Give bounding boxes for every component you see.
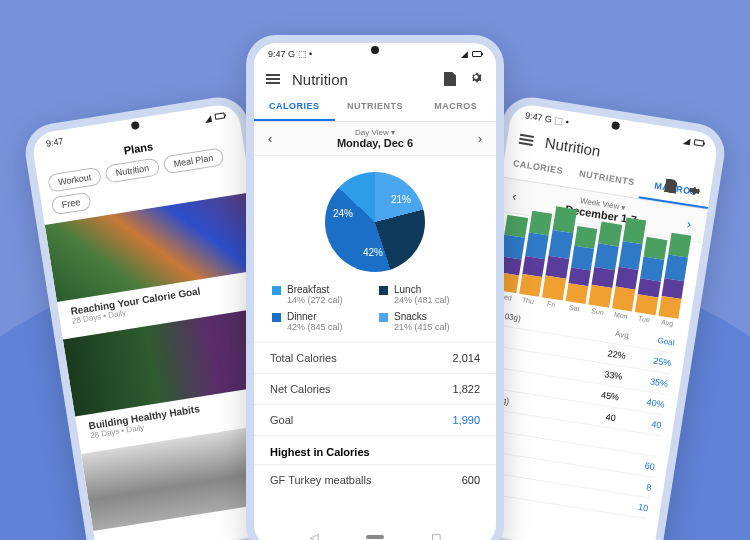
stat-value: 1,822 [452, 383, 480, 395]
stat-row: Goal1,990 [254, 404, 496, 435]
stat-row: Net Calories1,822 [254, 373, 496, 404]
calorie-pie-chart: 21% 24% 42% [254, 156, 496, 280]
legend-item: Dinner42% (845 cal) [272, 311, 371, 332]
legend-name: Lunch [394, 284, 450, 295]
stat-label: Total Calories [270, 352, 337, 364]
legend-swatch [379, 313, 388, 322]
stat-label: Net Calories [270, 383, 331, 395]
page-title: Nutrition [292, 71, 432, 88]
legend-swatch [272, 313, 281, 322]
tab-calories[interactable]: CALORIES [254, 93, 335, 121]
phone-center: 9:47 G ⬚ • ◢ Nutrition CALORIES NUTRIENT… [246, 35, 504, 540]
legend-swatch [379, 286, 388, 295]
pill-meal-plan[interactable]: Meal Plan [162, 147, 224, 174]
legend-value: 24% (481 cal) [394, 295, 450, 305]
legend-name: Breakfast [287, 284, 343, 295]
stat-value: 2,014 [452, 352, 480, 364]
legend-swatch [272, 286, 281, 295]
prev-icon[interactable]: ‹ [262, 131, 278, 146]
stat-value: 1,990 [452, 414, 480, 426]
legend-name: Dinner [287, 311, 343, 322]
tab-macros[interactable]: MACROS [415, 93, 496, 121]
section-header: Highest in Calories [254, 435, 496, 464]
stat-label: Goal [270, 414, 293, 426]
next-icon[interactable]: › [472, 131, 488, 146]
date-navigator: ‹ Day View ▾ Monday, Dec 6 › [254, 122, 496, 156]
menu-icon[interactable] [266, 74, 280, 84]
document-icon[interactable] [444, 72, 456, 86]
home-icon[interactable] [366, 532, 384, 540]
recent-icon[interactable]: ▢ [427, 532, 445, 540]
pill-free[interactable]: Free [51, 192, 92, 216]
chart-legend: Breakfast14% (272 cal)Lunch24% (481 cal)… [254, 280, 496, 342]
food-item-row[interactable]: GF Turkey meatballs 600 [254, 464, 496, 495]
back-icon[interactable]: ◁ [305, 532, 323, 540]
food-calories: 600 [462, 474, 480, 486]
legend-item: Breakfast14% (272 cal) [272, 284, 371, 305]
system-nav: ◁ ▢ [254, 532, 496, 540]
pill-nutrition[interactable]: Nutrition [105, 157, 161, 183]
date-label: Monday, Dec 6 [278, 137, 471, 149]
tab-nutrients[interactable]: NUTRIENTS [335, 93, 416, 121]
view-label[interactable]: Day View ▾ [278, 128, 471, 137]
menu-icon[interactable] [519, 133, 534, 145]
legend-item: Snacks21% (415 cal) [379, 311, 478, 332]
settings-icon[interactable] [468, 69, 484, 89]
settings-icon[interactable] [685, 182, 704, 204]
pill-workout[interactable]: Workout [47, 167, 103, 193]
legend-value: 42% (845 cal) [287, 322, 343, 332]
legend-value: 14% (272 cal) [287, 295, 343, 305]
legend-name: Snacks [394, 311, 450, 322]
legend-value: 21% (415 cal) [394, 322, 450, 332]
tabs: CALORIES NUTRIENTS MACROS [254, 93, 496, 122]
food-name: GF Turkey meatballs [270, 474, 371, 486]
legend-item: Lunch24% (481 cal) [379, 284, 478, 305]
stat-row: Total Calories2,014 [254, 342, 496, 373]
document-icon[interactable] [664, 178, 678, 194]
next-icon[interactable]: › [680, 215, 698, 232]
